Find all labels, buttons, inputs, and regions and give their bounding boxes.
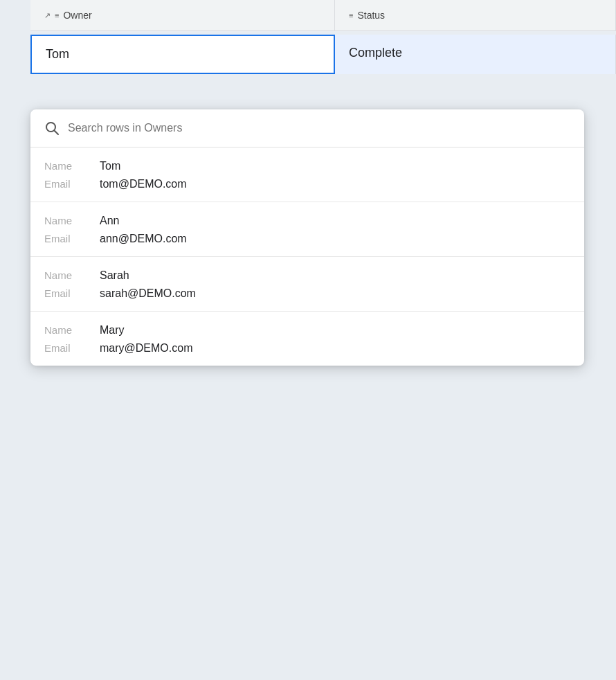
email-row: Email mary@DEMO.com xyxy=(44,342,570,355)
owner-cell[interactable]: Tom xyxy=(30,35,335,74)
search-input[interactable] xyxy=(68,122,570,134)
filter-lines-icon: ≡ xyxy=(55,11,59,19)
svg-line-1 xyxy=(55,131,59,135)
status-header-label: Status xyxy=(357,10,385,21)
owner-cell-value: Tom xyxy=(46,47,69,61)
person-entry-1[interactable]: Name Ann Email ann@DEMO.com xyxy=(30,202,584,257)
email-row: Email ann@DEMO.com xyxy=(44,233,570,245)
person-entry-3[interactable]: Name Mary Email mary@DEMO.com xyxy=(30,312,584,366)
owner-column-header[interactable]: ↗ ≡ Owner xyxy=(30,0,335,30)
name-value: Ann xyxy=(100,215,119,227)
search-bar xyxy=(30,109,584,147)
email-value: ann@DEMO.com xyxy=(100,233,187,245)
email-value: mary@DEMO.com xyxy=(100,342,192,355)
email-label: Email xyxy=(44,178,100,190)
owner-header-label: Owner xyxy=(63,10,91,21)
status-cell: Complete xyxy=(335,35,616,74)
name-row: Name Ann xyxy=(44,215,570,227)
name-value: Mary xyxy=(100,324,125,337)
name-value: Tom xyxy=(100,160,120,172)
name-label: Name xyxy=(44,324,100,336)
status-cell-value: Complete xyxy=(349,46,402,60)
table-header: ↗ ≡ Owner ≡ Status xyxy=(30,0,616,31)
name-value: Sarah xyxy=(100,269,129,282)
person-entry-2[interactable]: Name Sarah Email sarah@DEMO.com xyxy=(30,257,584,312)
email-label: Email xyxy=(44,233,100,244)
email-label: Email xyxy=(44,342,100,354)
email-label: Email xyxy=(44,287,100,299)
email-value: tom@DEMO.com xyxy=(100,178,187,190)
selected-table-row: Tom Complete xyxy=(30,35,616,74)
name-label: Name xyxy=(44,215,100,226)
name-row: Name Tom xyxy=(44,160,570,172)
name-row: Name Sarah xyxy=(44,269,570,282)
owner-dropdown: Name Tom Email tom@DEMO.com Name Ann Ema… xyxy=(30,109,584,366)
name-row: Name Mary xyxy=(44,324,570,337)
people-list: Name Tom Email tom@DEMO.com Name Ann Ema… xyxy=(30,147,584,366)
sort-arrow-icon: ↗ xyxy=(44,11,51,20)
status-column-header[interactable]: ≡ Status xyxy=(335,0,616,30)
search-icon xyxy=(44,120,60,136)
status-lines-icon: ≡ xyxy=(349,11,353,19)
email-value: sarah@DEMO.com xyxy=(100,287,196,300)
person-entry-0[interactable]: Name Tom Email tom@DEMO.com xyxy=(30,147,584,202)
name-label: Name xyxy=(44,269,100,281)
name-label: Name xyxy=(44,160,100,172)
email-row: Email tom@DEMO.com xyxy=(44,178,570,190)
email-row: Email sarah@DEMO.com xyxy=(44,287,570,300)
